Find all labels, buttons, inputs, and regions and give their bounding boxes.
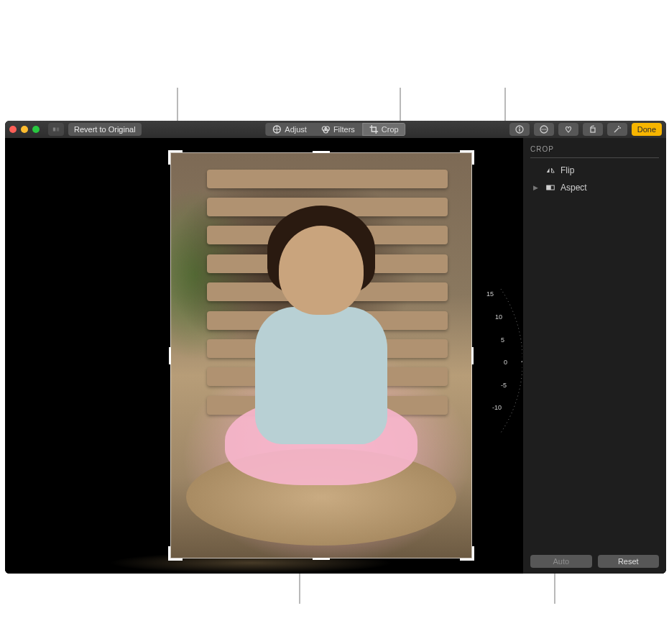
disclosure-triangle-icon[interactable]: ▶ [533, 184, 540, 191]
crop-handle-top-right[interactable] [460, 150, 474, 165]
svg-rect-8 [519, 129, 520, 132]
crop-handle-bottom-left[interactable] [168, 546, 183, 561]
crop-side-panel: CROP Flip ▶ Aspect Auto [522, 138, 666, 574]
rotate-icon [589, 125, 597, 134]
rotate-button[interactable] [583, 123, 603, 136]
svg-rect-13 [591, 128, 595, 132]
magic-wand-icon [613, 125, 622, 134]
dial-tick-label: 5 [501, 336, 504, 344]
dial-tick-label: -5 [501, 382, 507, 389]
done-button[interactable]: Done [632, 123, 662, 136]
crop-handle-bottom-right[interactable] [460, 546, 474, 561]
svg-point-12 [545, 129, 546, 130]
photo-crop-frame[interactable] [170, 152, 472, 558]
toolbar: Revert to Original Adjust Filters Crop [5, 121, 666, 138]
edit-mode-tabs: Adjust Filters Crop [265, 123, 405, 136]
flip-row[interactable]: Flip [533, 165, 659, 175]
tab-filters[interactable]: Filters [314, 123, 362, 136]
reset-button-label: Reset [618, 557, 639, 566]
aspect-label: Aspect [560, 183, 587, 193]
adjust-icon [272, 125, 281, 134]
dial-tick-label: 0 [504, 359, 507, 366]
heart-icon [564, 125, 573, 134]
flip-label: Flip [560, 165, 574, 175]
svg-rect-1 [57, 128, 59, 132]
window-controls [9, 126, 40, 133]
aspect-icon [546, 183, 555, 192]
svg-point-11 [543, 129, 545, 130]
done-button-label: Done [637, 125, 656, 134]
flip-icon [546, 166, 555, 175]
revert-button-label: Revert to Original [74, 125, 136, 134]
dial-tick-label: 15 [486, 290, 494, 298]
svg-point-7 [519, 127, 520, 129]
zoom-out-icon [52, 125, 60, 134]
tab-crop-label: Crop [382, 125, 399, 134]
favorite-button[interactable] [558, 123, 578, 136]
crop-handle-top[interactable] [313, 151, 330, 153]
crop-icon [369, 125, 378, 134]
tab-crop[interactable]: Crop [362, 123, 406, 136]
svg-rect-0 [53, 128, 55, 132]
info-button[interactable] [509, 123, 530, 136]
zoom-window-button[interactable] [32, 126, 40, 133]
tab-adjust[interactable]: Adjust [265, 123, 314, 136]
crop-handle-left[interactable] [169, 347, 171, 364]
minimize-window-button[interactable] [21, 126, 28, 133]
svg-point-10 [541, 129, 543, 130]
dial-tick-label: -10 [492, 404, 502, 411]
auto-button-label: Auto [553, 557, 569, 566]
editor-content: 15 10 5 0 -5 -10 ◀ CROP Flip ▶ [5, 138, 666, 574]
straighten-dial[interactable]: 15 10 5 0 -5 -10 ◀ [465, 282, 522, 440]
canvas-area: 15 10 5 0 -5 -10 ◀ [5, 138, 522, 574]
ellipsis-icon [540, 125, 548, 134]
svg-rect-15 [547, 185, 551, 190]
crop-handle-top-left[interactable] [168, 150, 183, 165]
dial-tick-label: 10 [495, 313, 502, 321]
info-icon [515, 125, 524, 134]
close-window-button[interactable] [9, 126, 17, 133]
revert-button[interactable]: Revert to Original [68, 123, 142, 136]
panel-footer-buttons: Auto Reset [530, 555, 659, 568]
auto-enhance-button[interactable] [607, 123, 627, 136]
callout-line [400, 88, 401, 125]
more-button[interactable] [534, 123, 554, 136]
filters-icon [321, 125, 330, 134]
zoom-toggle[interactable] [48, 123, 64, 136]
aspect-row[interactable]: ▶ Aspect [533, 183, 659, 193]
tab-filters-label: Filters [333, 125, 355, 134]
auto-button[interactable]: Auto [530, 555, 592, 568]
crop-handle-bottom[interactable] [313, 558, 330, 560]
tab-adjust-label: Adjust [285, 125, 307, 134]
crop-handle-right[interactable] [471, 347, 474, 364]
reset-button[interactable]: Reset [598, 555, 660, 568]
panel-title: CROP [530, 145, 659, 158]
photos-editor-window: Revert to Original Adjust Filters Crop [5, 121, 666, 574]
